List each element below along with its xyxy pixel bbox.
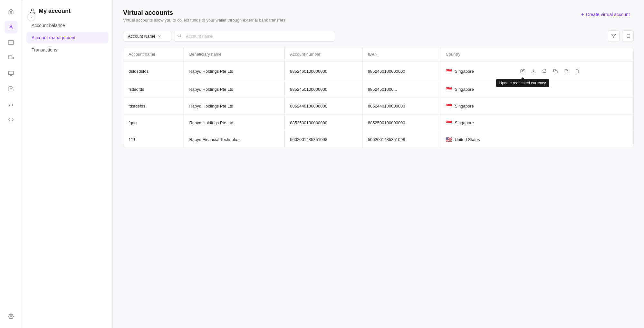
search-input[interactable] bbox=[174, 31, 335, 42]
page-header: Virtual accounts Virtual accounts allow … bbox=[123, 9, 634, 23]
col-account-name: Account name bbox=[123, 47, 184, 61]
accounts-table: Account name Beneficiary name Account nu… bbox=[123, 47, 633, 148]
cell-country: 🇸🇬Singapore bbox=[440, 115, 513, 131]
cell-iban: 5002001485351098 bbox=[362, 131, 440, 148]
sidebar-icon-chart[interactable] bbox=[5, 98, 17, 111]
country-name: Singapore bbox=[455, 87, 474, 92]
copy-icon[interactable] bbox=[551, 67, 560, 76]
search-icon bbox=[177, 33, 182, 39]
cell-account-name: 111 bbox=[123, 131, 184, 148]
cell-actions bbox=[513, 131, 633, 148]
sidebar-item-transactions[interactable]: Transactions bbox=[26, 44, 109, 56]
sidebar-icon-home[interactable] bbox=[5, 5, 17, 18]
account-name-filter-dropdown[interactable]: Account Name bbox=[123, 31, 171, 42]
cell-iban: 8852500100000000 bbox=[362, 115, 440, 131]
cell-iban: 88524501000... bbox=[362, 81, 440, 98]
col-country: Country bbox=[440, 47, 513, 61]
svg-rect-3 bbox=[8, 56, 12, 59]
country-name: Singapore bbox=[455, 120, 474, 125]
virtual-accounts-table: Account name Beneficiary name Account nu… bbox=[123, 47, 634, 148]
nav-title: My account bbox=[39, 8, 71, 14]
action-edit-wrapper: Update requested currency bbox=[518, 67, 527, 76]
flag-icon: 🇸🇬 bbox=[446, 103, 452, 109]
col-actions bbox=[513, 47, 633, 61]
plus-icon: + bbox=[581, 12, 584, 17]
table-row: 111Rapyd Financial Technolo...5002001485… bbox=[123, 131, 633, 148]
filter-button[interactable] bbox=[608, 30, 620, 42]
svg-rect-24 bbox=[555, 70, 557, 73]
sidebar-item-account-management[interactable]: Account management bbox=[26, 32, 109, 43]
document-icon[interactable] bbox=[562, 67, 571, 76]
sidebar-icon-gear[interactable] bbox=[5, 310, 17, 323]
table-header-row: Account name Beneficiary name Account nu… bbox=[123, 47, 633, 61]
sidebar-item-account-balance[interactable]: Account balance bbox=[26, 20, 109, 31]
cell-account-name: fdsfdsfds bbox=[123, 98, 184, 115]
sidebar-icon-check[interactable] bbox=[5, 82, 17, 95]
cell-account-number: 8852460100000000 bbox=[285, 61, 363, 81]
svg-point-13 bbox=[31, 9, 34, 11]
cell-account-number: 5002001485351098 bbox=[285, 131, 363, 148]
col-account-number: Account number bbox=[285, 47, 363, 61]
table-row: fgdgRapyd Holdings Pte Ltd88525001000000… bbox=[123, 115, 633, 131]
cell-beneficiary-name: Rapyd Holdings Pte Ltd bbox=[184, 98, 285, 115]
cell-country: 🇸🇬Singapore bbox=[440, 81, 513, 98]
download-icon[interactable] bbox=[529, 67, 538, 76]
cell-beneficiary-name: Rapyd Holdings Pte Ltd bbox=[184, 61, 285, 81]
edit-icon[interactable] bbox=[518, 67, 527, 76]
flag-icon: 🇸🇬 bbox=[446, 120, 452, 126]
sort-icon bbox=[625, 33, 630, 39]
country-name: Singapore bbox=[455, 69, 474, 74]
collapse-button[interactable]: › bbox=[22, 0, 23, 1]
filter-icon bbox=[611, 33, 616, 39]
sidebar-icon-wallet[interactable] bbox=[5, 52, 17, 64]
table-body: dsfdsdsfdsRapyd Holdings Pte Ltd88524601… bbox=[123, 61, 633, 148]
svg-point-12 bbox=[10, 316, 12, 317]
cell-country: 🇺🇸United States bbox=[440, 131, 513, 148]
search-wrapper bbox=[174, 31, 335, 42]
table-row: dsfdsdsfdsRapyd Holdings Pte Ltd88524601… bbox=[123, 61, 633, 81]
transfer-icon[interactable] bbox=[540, 67, 549, 76]
main-content: Virtual accounts Virtual accounts allow … bbox=[113, 0, 644, 328]
sidebar-icon-person[interactable] bbox=[5, 21, 17, 33]
cell-actions bbox=[513, 98, 633, 115]
page-title: Virtual accounts bbox=[123, 9, 285, 16]
svg-point-14 bbox=[178, 34, 181, 37]
icon-sidebar bbox=[0, 0, 22, 328]
country-name: United States bbox=[455, 137, 480, 142]
sidebar-icon-terminal[interactable] bbox=[5, 67, 17, 80]
cell-actions bbox=[513, 81, 633, 98]
cell-beneficiary-name: Rapyd Financial Technolo... bbox=[184, 131, 285, 148]
create-virtual-account-button[interactable]: + Create virtual account bbox=[577, 9, 634, 20]
sidebar-icon-card[interactable] bbox=[5, 36, 17, 49]
cell-actions bbox=[513, 115, 633, 131]
table-row: fdsfdsfdsRapyd Holdings Pte Ltd885244010… bbox=[123, 98, 633, 115]
cell-beneficiary-name: Rapyd Holdings Pte Ltd bbox=[184, 115, 285, 131]
nav-header: My account bbox=[23, 0, 112, 20]
cell-iban: 8852440100000000 bbox=[362, 98, 440, 115]
cell-actions: Update requested currency bbox=[513, 61, 633, 81]
cell-account-number: 8852500100000000 bbox=[285, 115, 363, 131]
flag-icon: 🇸🇬 bbox=[446, 68, 452, 74]
page-header-text: Virtual accounts Virtual accounts allow … bbox=[123, 9, 285, 23]
svg-rect-1 bbox=[8, 41, 14, 44]
svg-point-5 bbox=[12, 58, 13, 58]
nav-sidebar: My account Account balance Account manag… bbox=[23, 0, 113, 328]
cell-country: 🇸🇬Singapore bbox=[440, 61, 513, 81]
svg-point-0 bbox=[10, 25, 12, 27]
country-name: Singapore bbox=[455, 104, 474, 108]
table-row: fsdsdfdsRapyd Holdings Pte Ltd8852450100… bbox=[123, 81, 633, 98]
cell-account-number: 8852450100000000 bbox=[285, 81, 363, 98]
col-iban: IBAN bbox=[362, 47, 440, 61]
cell-beneficiary-name: Rapyd Holdings Pte Ltd bbox=[184, 81, 285, 98]
cell-account-name: fsdsdfds bbox=[123, 81, 184, 98]
chevron-down-icon bbox=[157, 34, 162, 38]
sidebar-icon-code[interactable] bbox=[5, 113, 17, 126]
delete-icon[interactable] bbox=[573, 67, 582, 76]
svg-rect-6 bbox=[8, 71, 13, 75]
cell-account-number: 8852440100000000 bbox=[285, 98, 363, 115]
sort-button[interactable] bbox=[622, 30, 634, 42]
svg-marker-16 bbox=[611, 34, 616, 38]
cell-iban: 8852460100000000 bbox=[362, 61, 440, 81]
col-beneficiary-name: Beneficiary name bbox=[184, 47, 285, 61]
flag-icon: 🇸🇬 bbox=[446, 86, 452, 92]
